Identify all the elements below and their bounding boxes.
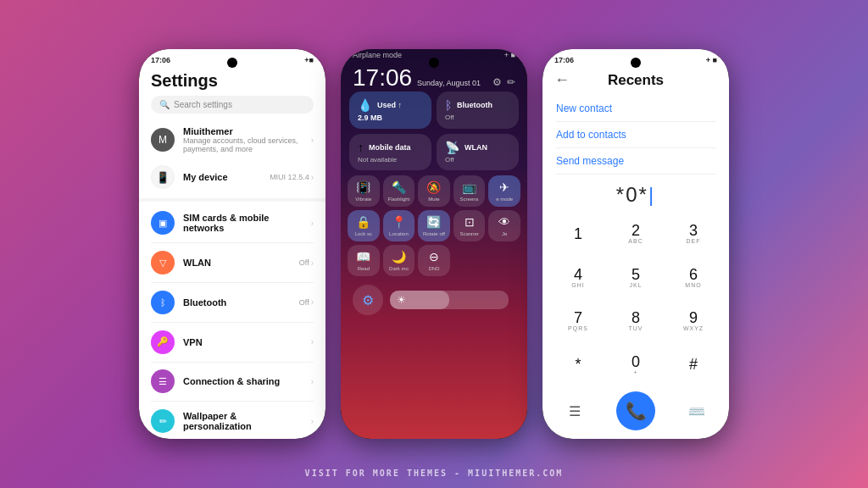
control-bottom: ⚙ ☀ bbox=[341, 281, 527, 322]
darkmode-icon: 🌙 bbox=[392, 250, 406, 263]
sim-icon: ▣ bbox=[151, 211, 175, 235]
scanner-icon: ⊡ bbox=[465, 215, 475, 229]
new-contact-action[interactable]: New contact bbox=[542, 96, 729, 121]
screens-btn[interactable]: 📺 Screens bbox=[453, 175, 486, 207]
airplane-btn[interactable]: ✈ e mode bbox=[488, 175, 520, 207]
chevron-icon: › bbox=[311, 173, 314, 182]
wlan-tile-icon: 📡 bbox=[445, 141, 459, 154]
settings-item-wallpaper[interactable]: ✏ Wallpaper & personalization › bbox=[139, 403, 326, 439]
wlan-tile[interactable]: 📡 WLAN Off bbox=[437, 134, 519, 170]
punch-hole bbox=[631, 58, 641, 68]
key-3[interactable]: 3 DEF bbox=[665, 212, 722, 256]
miuithemer-text: Miuithemer Manage accounts, cloud servic… bbox=[183, 126, 303, 153]
keyboard-icon: ⌨️ bbox=[688, 403, 705, 419]
settings-item-wlan[interactable]: ▽ WLAN Off › bbox=[139, 245, 326, 280]
key-0[interactable]: 0 + bbox=[607, 343, 665, 387]
connection-icon: ☰ bbox=[151, 369, 175, 393]
search-placeholder: Search settings bbox=[174, 100, 232, 109]
bluetooth-tile-icon: ᛒ bbox=[445, 98, 452, 112]
rotate-btn[interactable]: 🔄 Rotate off bbox=[418, 210, 450, 241]
mute-icon: 🔕 bbox=[426, 180, 441, 194]
miuithemer-icon: M bbox=[151, 128, 175, 152]
back-button[interactable]: ← bbox=[554, 71, 570, 89]
my-device-value: MIUI 12.5.4 › bbox=[270, 173, 314, 182]
connection-text: Connection & sharing bbox=[183, 376, 303, 386]
mobile-data-value: Not available bbox=[358, 156, 423, 164]
control-screen: Airplane mode + ■ 17:06 Sunday, August 0… bbox=[341, 49, 527, 439]
bluetooth-text: Bluetooth bbox=[183, 297, 291, 308]
storage-tile[interactable]: 💧 Used ↑ 2.9 MB bbox=[349, 92, 431, 129]
key-5[interactable]: 5 JKL bbox=[607, 256, 665, 300]
settings-gear-icon[interactable]: ⚙ bbox=[492, 76, 502, 88]
key-6[interactable]: 6 MNO bbox=[665, 256, 722, 300]
chevron-icon: › bbox=[311, 337, 314, 347]
chevron-icon: › bbox=[311, 297, 314, 307]
vibrate-btn[interactable]: 📳 Vibrate bbox=[348, 175, 380, 207]
eye-icon: 👁 bbox=[498, 215, 510, 229]
mute-btn[interactable]: 🔕 Mute bbox=[418, 175, 450, 207]
battery-icon: +■ bbox=[304, 56, 314, 64]
wlan-tile-label: WLAN bbox=[465, 143, 487, 152]
dnd-icon: ⊖ bbox=[429, 250, 439, 263]
settings-item-bluetooth[interactable]: ᛒ Bluetooth Off › bbox=[139, 285, 326, 320]
bluetooth-tile[interactable]: ᛒ Bluetooth Off bbox=[437, 92, 519, 129]
vpn-text: VPN bbox=[183, 337, 303, 347]
chevron-icon: › bbox=[311, 136, 314, 145]
key-star[interactable]: * bbox=[549, 343, 607, 387]
lock-btn[interactable]: 🔒 Lock sc bbox=[348, 210, 380, 241]
dialer-input-display: *0*| bbox=[542, 175, 729, 212]
call-button[interactable]: 📞 bbox=[616, 391, 655, 430]
keyboard-button[interactable]: ⌨️ bbox=[682, 396, 712, 426]
add-to-contacts-action[interactable]: Add to contacts bbox=[542, 122, 729, 147]
key-7[interactable]: 7 PQRS bbox=[549, 299, 607, 343]
settings-item-vpn[interactable]: 🔑 VPN › bbox=[139, 324, 326, 360]
key-9[interactable]: 9 WXYZ bbox=[665, 299, 722, 343]
eye-btn[interactable]: 👁 Je bbox=[488, 210, 520, 241]
search-bar[interactable]: 🔍 Search settings bbox=[151, 96, 314, 114]
divider bbox=[151, 322, 314, 323]
dnd-btn[interactable]: ⊖ DND bbox=[418, 245, 450, 276]
location-btn[interactable]: 📍 Location bbox=[383, 210, 415, 241]
settings-round-btn[interactable]: ⚙ bbox=[353, 285, 383, 315]
key-8[interactable]: 8 TUV bbox=[607, 299, 665, 343]
status-icons: + ■ bbox=[706, 56, 717, 64]
search-icon: 🔍 bbox=[159, 100, 170, 109]
chevron-icon: › bbox=[311, 258, 314, 268]
dialer-header: ← Recents bbox=[542, 68, 729, 96]
storage-value: 2.9 MB bbox=[358, 114, 423, 122]
chevron-icon: › bbox=[311, 377, 314, 386]
key-1[interactable]: 1 bbox=[549, 212, 607, 256]
read-btn[interactable]: 📖 Read bbox=[348, 245, 380, 276]
location-icon: 📍 bbox=[392, 215, 406, 229]
wlan-text: WLAN bbox=[183, 258, 291, 268]
settings-item-miuithemer[interactable]: M Miuithemer Manage accounts, cloud serv… bbox=[139, 120, 326, 159]
bluetooth-icon: ᛒ bbox=[151, 291, 175, 314]
vpn-icon: 🔑 bbox=[151, 330, 175, 354]
settings-item-connection[interactable]: ☰ Connection & sharing › bbox=[139, 363, 326, 399]
edit-icon[interactable]: ✏ bbox=[507, 76, 515, 88]
sim-text: SIM cards & mobile networks bbox=[183, 213, 303, 233]
mobile-data-tile[interactable]: ↑ Mobile data Not available bbox=[349, 134, 431, 170]
page-title: Recents bbox=[578, 72, 693, 89]
divider bbox=[151, 282, 314, 283]
settings-item-sim[interactable]: ▣ SIM cards & mobile networks › bbox=[139, 205, 326, 241]
divider-thick bbox=[139, 198, 326, 202]
brightness-icon: ☀ bbox=[397, 294, 406, 306]
control-time: 17:06 bbox=[353, 64, 412, 92]
divider bbox=[151, 362, 314, 363]
scanner-btn[interactable]: ⊡ Scanner bbox=[453, 210, 486, 241]
settings-item-my-device[interactable]: 📱 My device MIUI 12.5.4 › bbox=[139, 159, 326, 195]
flashlight-btn[interactable]: 🔦 Flashlight bbox=[383, 175, 415, 207]
key-2[interactable]: 2 ABC bbox=[607, 212, 665, 256]
screens-icon: 📺 bbox=[462, 180, 476, 194]
key-hash[interactable]: # bbox=[665, 343, 722, 387]
my-device-icon: 📱 bbox=[151, 165, 175, 189]
center-phone: Airplane mode + ■ 17:06 Sunday, August 0… bbox=[341, 49, 527, 439]
mobile-data-icon: ↑ bbox=[358, 141, 364, 154]
bluetooth-value: Off › bbox=[299, 297, 314, 307]
key-4[interactable]: 4 GHI bbox=[549, 256, 607, 300]
brightness-slider[interactable]: ☀ bbox=[390, 291, 509, 309]
darkmode-btn[interactable]: 🌙 Dark mo bbox=[383, 245, 415, 276]
menu-button[interactable]: ☰ bbox=[559, 396, 590, 426]
send-message-action[interactable]: Send message bbox=[542, 148, 729, 174]
